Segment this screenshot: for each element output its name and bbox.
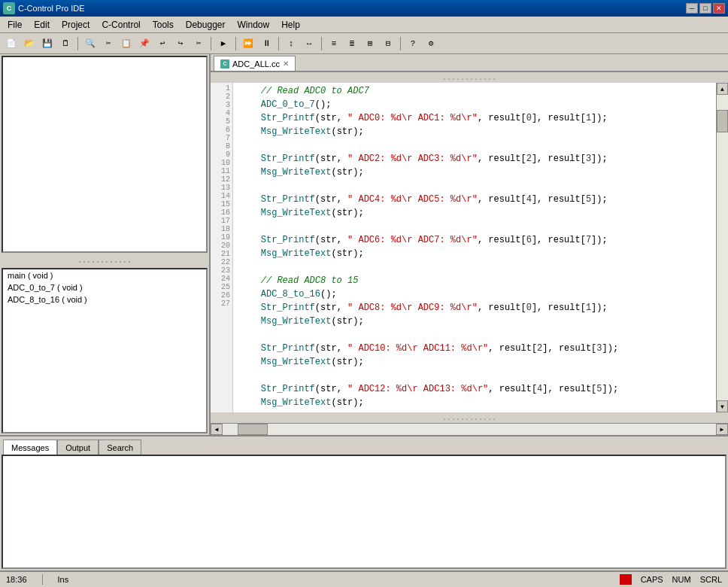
- tb-help[interactable]: ?: [405, 35, 421, 52]
- func-adc0to7[interactable]: ADC_0_to_7 ( void ): [3, 281, 206, 294]
- scroll-left-button[interactable]: ◀: [211, 424, 223, 435]
- tab-close-button[interactable]: ✕: [283, 59, 289, 68]
- editor-dots-bottom: ............: [211, 412, 728, 423]
- left-divider: ............: [0, 254, 209, 266]
- minimize-button[interactable]: ─: [686, 3, 698, 14]
- cut-button[interactable]: ✂: [100, 35, 117, 52]
- status-scrl: SCRL: [700, 575, 722, 584]
- editor-tab-adc-all[interactable]: C ADC_ALL.cc ✕: [214, 56, 296, 71]
- toolbar-sep-3: [235, 37, 236, 50]
- status-mode: Ins: [58, 575, 69, 584]
- toolbar-sep-6: [400, 37, 401, 50]
- status-right: CAPS NUM SCRL: [620, 574, 722, 585]
- tab-bar: C ADC_ALL.cc ✕: [211, 54, 728, 72]
- tb-extra7[interactable]: ≡: [326, 35, 342, 52]
- func-main[interactable]: main ( void ): [3, 269, 206, 281]
- scroll-track[interactable]: [717, 95, 728, 400]
- app-icon: C: [3, 2, 15, 14]
- maximize-button[interactable]: □: [699, 3, 711, 14]
- menu-edit[interactable]: Edit: [28, 17, 56, 32]
- status-time: 18:36: [6, 575, 27, 584]
- close-button[interactable]: ✕: [713, 3, 725, 14]
- toolbar: 📄 📂 💾 🗒 🔍 ✂ 📋 📌 ↩ ↪ ✂ ▶ ⏩ ⏸ ↕ ↔ ≡ ≣ ⊞ ⊟ …: [0, 33, 728, 54]
- tb-extra2[interactable]: ▶: [215, 35, 232, 52]
- redo-button[interactable]: ↪: [172, 35, 189, 52]
- left-panel: ............ main ( void ) ADC_0_to_7 ( …: [0, 54, 211, 435]
- menu-tools[interactable]: Tools: [147, 17, 180, 32]
- tab-messages[interactable]: Messages: [3, 439, 57, 455]
- hscroll-track[interactable]: [223, 424, 716, 435]
- left-top-panel: [2, 56, 208, 253]
- dots-divider: ............: [77, 257, 132, 265]
- bottom-panel: Messages Output Search: [0, 435, 728, 570]
- menu-help[interactable]: Help: [275, 17, 306, 32]
- undo-button[interactable]: ↩: [154, 35, 171, 52]
- toolbar-sep-4: [278, 37, 279, 50]
- tab-output[interactable]: Output: [57, 439, 99, 455]
- tb-extra3[interactable]: ⏩: [240, 35, 256, 52]
- function-list[interactable]: main ( void ) ADC_0_to_7 ( void ) ADC_8_…: [2, 268, 208, 433]
- tb-extra10[interactable]: ⊟: [380, 35, 396, 52]
- scroll-down-button[interactable]: ▼: [717, 400, 728, 412]
- save-button[interactable]: 💾: [39, 35, 56, 52]
- tb-extra4[interactable]: ⏸: [258, 35, 275, 52]
- editor-area: C ADC_ALL.cc ✕ ............ 123456789101…: [211, 54, 728, 435]
- code-editor[interactable]: // Read ADC0 to ADC7 ADC_0_to_7(); Str_P…: [233, 83, 716, 412]
- new-button[interactable]: 📄: [3, 35, 20, 52]
- main-area: ............ main ( void ) ADC_0_to_7 ( …: [0, 54, 728, 435]
- horizontal-scrollbar[interactable]: ◀ ▶: [211, 423, 728, 435]
- window-controls: ─ □ ✕: [686, 3, 725, 14]
- toolbar-sep-5: [321, 37, 322, 50]
- tb-extra8[interactable]: ≣: [344, 35, 360, 52]
- menu-debugger[interactable]: Debugger: [180, 17, 232, 32]
- tb-extra6[interactable]: ↔: [301, 35, 317, 52]
- tab-label: ADC_ALL.cc: [232, 59, 280, 68]
- tab-search[interactable]: Search: [99, 439, 141, 455]
- toolbar-sep-1: [77, 37, 78, 50]
- find-button[interactable]: 🔍: [82, 35, 99, 52]
- app-title: C-Control Pro IDE: [18, 4, 686, 13]
- bottom-content-area: [2, 455, 726, 569]
- tb-extra1[interactable]: ✂: [190, 35, 207, 52]
- red-indicator: [620, 574, 632, 585]
- tb-extra9[interactable]: ⊞: [362, 35, 378, 52]
- menu-project[interactable]: Project: [56, 17, 96, 32]
- editor-container: 1234567891011121314151617181920212223242…: [211, 83, 728, 412]
- tb-extra5[interactable]: ↕: [283, 35, 299, 52]
- save-all-button[interactable]: 🗒: [57, 35, 74, 52]
- editor-wrapper: ............ 123456789101112131415161718…: [211, 72, 728, 435]
- bottom-tab-bar: Messages Output Search: [0, 436, 728, 455]
- status-sep-1: [42, 574, 43, 585]
- status-caps: CAPS: [641, 575, 663, 584]
- tab-file-icon: C: [220, 59, 229, 68]
- scroll-up-button[interactable]: ▲: [717, 83, 728, 95]
- status-bar: 18:36 Ins CAPS NUM SCRL: [0, 570, 728, 587]
- line-numbers: 1234567891011121314151617181920212223242…: [211, 83, 233, 412]
- vertical-scrollbar[interactable]: ▲ ▼: [716, 83, 728, 412]
- func-adc8to16[interactable]: ADC_8_to_16 ( void ): [3, 294, 206, 306]
- status-num: NUM: [672, 575, 691, 584]
- hscroll-thumb[interactable]: [238, 424, 268, 435]
- tb-extra11[interactable]: ⚙: [423, 35, 439, 52]
- copy-button[interactable]: 📋: [118, 35, 135, 52]
- scroll-thumb[interactable]: [717, 110, 728, 132]
- title-bar: C C-Control Pro IDE ─ □ ✕: [0, 0, 728, 17]
- menu-bar: File Edit Project C-Control Tools Debugg…: [0, 17, 728, 33]
- toolbar-sep-2: [211, 37, 211, 50]
- editor-dots-top: ............: [211, 72, 728, 83]
- menu-file[interactable]: File: [2, 17, 28, 32]
- menu-window[interactable]: Window: [231, 17, 275, 32]
- paste-button[interactable]: 📌: [136, 35, 153, 52]
- open-button[interactable]: 📂: [21, 35, 38, 52]
- scroll-right-button[interactable]: ▶: [716, 424, 728, 435]
- menu-ccontrol[interactable]: C-Control: [96, 17, 146, 32]
